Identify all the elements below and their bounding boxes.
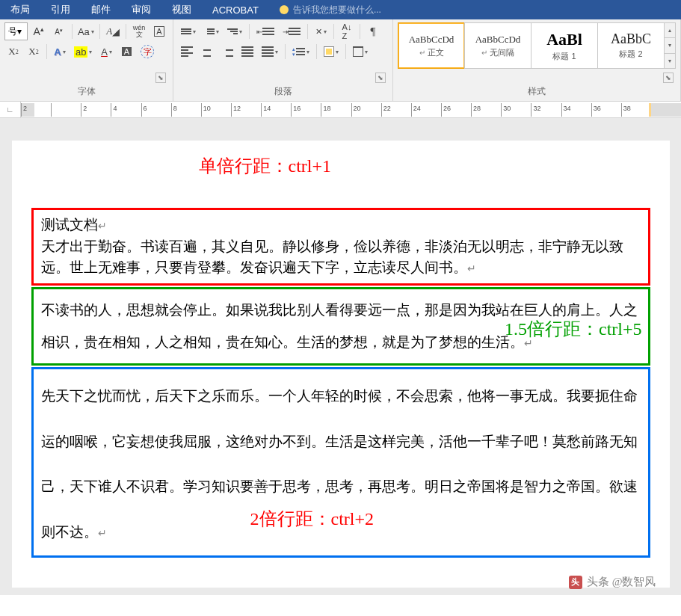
return-mark-icon: ↵	[467, 263, 476, 274]
enclose-char-button[interactable]: 字	[138, 43, 157, 61]
tab-view[interactable]: 视图	[161, 0, 202, 19]
change-case-button[interactable]: Aa▾	[76, 22, 96, 40]
style-heading2[interactable]: AaBbC 标题 2	[597, 22, 665, 69]
decrease-indent-button[interactable]: ⇤	[253, 22, 277, 40]
shrink-font-button[interactable]: A▾	[50, 22, 68, 40]
shading-button[interactable]: ▾	[321, 43, 342, 61]
annotation-double-spacing: 2倍行距：ctrl+2	[250, 490, 375, 548]
style-nospacing[interactable]: AaBbCcDd ↵无间隔	[464, 22, 531, 69]
style-gallery-scroll: ▴ ▾ ▾	[664, 22, 676, 69]
numbering-button[interactable]: ▾	[201, 22, 222, 40]
justify-button[interactable]	[238, 43, 256, 61]
font-color-button[interactable]: A▾	[97, 43, 115, 61]
doc-text: 测试文档	[41, 217, 98, 232]
paragraph-group: ▾ ▾ ▾ ⇤ ⇥ ✕▾ A↓Z ¶ ▾ ▴	[173, 19, 393, 101]
tab-layout[interactable]: 布局	[0, 0, 40, 19]
styles-group: AaBbCcDd ↵正文 AaBbCcDd ↵无间隔 AaBl 标题 1 AaB…	[393, 19, 681, 101]
ribbon-tabs: 布局 引用 邮件 审阅 视图 ACROBAT 告诉我您想要做什么...	[0, 0, 681, 19]
style-expand-button[interactable]: ▾	[665, 54, 675, 68]
tell-me-search[interactable]: 告诉我您想要做什么...	[280, 4, 381, 16]
lightbulb-icon	[280, 5, 289, 14]
annotation-1-5-spacing: 1.5倍行距：ctrl+5	[505, 309, 642, 350]
watermark-icon: 头	[569, 576, 582, 589]
clear-formatting-button[interactable]: A◢	[104, 22, 122, 40]
document-area: 单倍行距：ctrl+1 测试文档↵ 天才出于勤奋。书读百遍，其义自见。静以修身，…	[0, 118, 681, 595]
tab-acrobat[interactable]: ACROBAT	[202, 0, 269, 19]
annotation-single-spacing: 单倍行距：ctrl+1	[199, 154, 332, 178]
style-heading1[interactable]: AaBl 标题 1	[531, 22, 598, 69]
superscript-button[interactable]: X2	[25, 43, 43, 61]
page[interactable]: 单倍行距：ctrl+1 测试文档↵ 天才出于勤奋。书读百遍，其义自见。静以修身，…	[12, 141, 670, 588]
tab-references[interactable]: 引用	[40, 0, 81, 19]
align-left-button[interactable]	[178, 43, 196, 61]
grow-font-button[interactable]: A▴	[30, 22, 48, 40]
horizontal-ruler[interactable]: 2246810121416182022242628303234363840	[21, 103, 681, 117]
tab-mailings[interactable]: 邮件	[81, 0, 121, 19]
font-size-combo[interactable]: 号▾	[4, 22, 28, 40]
ruler-bar: ∟ 2246810121416182022242628303234363840	[0, 102, 681, 118]
align-right-button[interactable]	[218, 43, 236, 61]
distributed-button[interactable]: ▾	[259, 43, 281, 61]
ribbon: 号▾ A▴ A▾ Aa▾ A◢ wén文 A X2 X2 A▾ ab▾ A▾ A…	[0, 19, 681, 102]
align-center-button[interactable]	[198, 43, 216, 61]
paragraph-double-spacing[interactable]: 先天下之忧而忧，后天下之乐而乐。一个人年轻的时候，不会思索，他将一事无成。我要扼…	[31, 367, 650, 558]
font-dialog-launcher[interactable]: ⬊	[155, 73, 166, 83]
paragraph-single-spacing[interactable]: 测试文档↵ 天才出于勤奋。书读百遍，其义自见。静以修身，俭以养德，非淡泊无以明志…	[31, 208, 650, 286]
styles-group-label: 样式	[398, 85, 676, 99]
style-normal[interactable]: AaBbCcDd ↵正文	[398, 22, 465, 69]
sort-button[interactable]: A↓Z	[338, 22, 356, 40]
styles-dialog-launcher[interactable]: ⬊	[663, 73, 674, 83]
char-shading-button[interactable]: A	[117, 43, 135, 61]
font-group: 号▾ A▴ A▾ Aa▾ A◢ wén文 A X2 X2 A▾ ab▾ A▾ A…	[0, 19, 173, 101]
subscript-button[interactable]: X2	[4, 43, 22, 61]
line-spacing-button[interactable]: ▴▾▾	[289, 43, 312, 61]
return-mark-icon: ↵	[98, 221, 107, 232]
font-group-label: 字体	[4, 85, 168, 99]
style-scroll-up-button[interactable]: ▴	[665, 23, 675, 38]
tab-selector[interactable]: ∟	[0, 102, 21, 117]
multilevel-list-button[interactable]: ▾	[224, 22, 245, 40]
tab-review[interactable]: 审阅	[121, 0, 161, 19]
text-effects-button[interactable]: A▾	[51, 43, 69, 61]
char-border-button[interactable]: A	[150, 22, 168, 40]
return-mark-icon: ↵	[98, 528, 107, 539]
borders-button[interactable]: ▾	[350, 43, 371, 61]
watermark: 头 头条 @数智风	[569, 575, 656, 589]
style-scroll-down-button[interactable]: ▾	[665, 38, 675, 53]
watermark-text: 头条 @数智风	[587, 575, 656, 589]
doc-text: 天才出于勤奋。书读百遍，其义自见。静以修身，俭以养德，非淡泊无以明志，非宁静无以…	[41, 238, 623, 276]
bullets-button[interactable]: ▾	[178, 22, 199, 40]
paragraph-1-5-spacing[interactable]: 不读书的人，思想就会停止。如果说我比别人看得要远一点，那是因为我站在巨人的肩上。…	[31, 287, 650, 366]
tell-me-placeholder: 告诉我您想要做什么...	[293, 4, 381, 16]
show-hide-marks-button[interactable]: ¶	[364, 22, 382, 40]
paragraph-dialog-launcher[interactable]: ⬊	[375, 73, 386, 83]
increase-indent-button[interactable]: ⇥	[280, 22, 303, 40]
paragraph-group-label: 段落	[178, 85, 388, 99]
highlight-button[interactable]: ab▾	[71, 43, 95, 61]
phonetic-guide-button[interactable]: wén文	[130, 22, 148, 40]
style-gallery: AaBbCcDd ↵正文 AaBbCcDd ↵无间隔 AaBl 标题 1 AaB…	[398, 22, 676, 69]
asian-layout-button[interactable]: ✕▾	[312, 22, 330, 40]
